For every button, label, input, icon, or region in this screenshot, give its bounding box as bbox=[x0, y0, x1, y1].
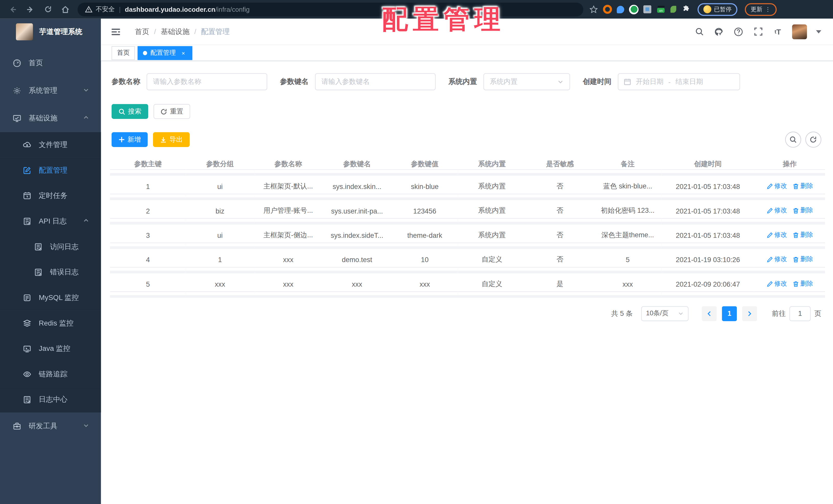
table-cell: 2021-01-05 17:03:48 bbox=[661, 174, 754, 198]
refresh-table-button[interactable] bbox=[805, 132, 821, 148]
puzzle-extensions-icon[interactable] bbox=[681, 5, 690, 14]
chevron-down-icon bbox=[83, 422, 89, 430]
search-icon[interactable] bbox=[694, 26, 705, 37]
extension-pin-icon[interactable] bbox=[617, 6, 624, 13]
browser-update-button[interactable]: 更新 ⋮ bbox=[745, 3, 777, 16]
delete-link-label: 删除 bbox=[800, 230, 813, 240]
chevron-right-icon bbox=[746, 310, 753, 317]
calendar-icon bbox=[624, 78, 631, 85]
prev-page-button[interactable] bbox=[702, 306, 717, 321]
sidebar-item-java[interactable]: Java 监控 bbox=[0, 336, 101, 361]
user-avatar[interactable] bbox=[792, 24, 807, 39]
hamburger-icon[interactable] bbox=[111, 26, 121, 37]
browser-reload-icon[interactable] bbox=[43, 5, 52, 14]
profile-paused-badge[interactable]: 已暂停 bbox=[698, 3, 738, 16]
column-header: 参数键值 bbox=[391, 155, 458, 174]
delete-link[interactable]: 删除 bbox=[792, 255, 813, 264]
user-menu-caret-icon[interactable] bbox=[816, 30, 822, 33]
address-separator: | bbox=[119, 6, 121, 13]
tab-close-icon[interactable]: × bbox=[180, 49, 187, 56]
delete-link[interactable]: 删除 bbox=[792, 279, 813, 288]
sidebar-item-log-center[interactable]: 日志中心 bbox=[0, 387, 101, 412]
toggle-search-button[interactable] bbox=[785, 132, 801, 148]
active-tab-dot-icon bbox=[143, 51, 147, 55]
export-button[interactable]: 导出 bbox=[153, 132, 190, 147]
breadcrumb-separator: / bbox=[194, 28, 196, 35]
page-number-1[interactable]: 1 bbox=[722, 306, 737, 321]
add-button[interactable]: 新增 bbox=[112, 132, 148, 147]
table-row: 5xxxxxxxxxxxx自定义是xxx2021-02-09 20:06:47修… bbox=[110, 272, 825, 296]
sidebar-item-jobs[interactable]: 定时任务 bbox=[0, 183, 101, 209]
extension-green-icon[interactable] bbox=[629, 5, 639, 14]
page-size-select[interactable]: 10条/页 bbox=[641, 306, 689, 321]
sidebar-item-label: 定时任务 bbox=[39, 191, 68, 200]
bookmark-star-icon[interactable] bbox=[589, 5, 598, 14]
breadcrumb-infra[interactable]: 基础设施 bbox=[161, 27, 190, 36]
edit-link[interactable]: 修改 bbox=[766, 255, 787, 264]
table-cell: 2 bbox=[110, 198, 186, 223]
sidebar-item-error-log[interactable]: 错误日志 bbox=[0, 259, 101, 285]
edit-link[interactable]: 修改 bbox=[766, 230, 787, 240]
search-button[interactable]: 搜索 bbox=[112, 104, 148, 119]
sidebar-item-label: Java 监控 bbox=[39, 344, 70, 353]
table-row: 2biz用户管理-账号...sys.user.init-pa...123456系… bbox=[110, 198, 825, 223]
browser-forward-icon[interactable] bbox=[26, 5, 35, 14]
sidebar-item-files[interactable]: 文件管理 bbox=[0, 132, 101, 158]
param-key-placeholder: 请输入参数键名 bbox=[322, 77, 370, 86]
sidebar-item-api-log[interactable]: API 日志 bbox=[0, 209, 101, 234]
delete-link[interactable]: 删除 bbox=[792, 181, 813, 191]
builtin-select[interactable]: 系统内置 bbox=[483, 73, 570, 90]
help-icon[interactable] bbox=[733, 26, 744, 37]
sidebar-item-home[interactable]: 首页 bbox=[0, 49, 101, 77]
tab-config[interactable]: 配置管理 × bbox=[138, 46, 192, 60]
end-date-placeholder: 结束日期 bbox=[675, 77, 703, 86]
extension-orange-icon[interactable] bbox=[603, 5, 612, 14]
tab-home[interactable]: 首页 bbox=[112, 46, 135, 60]
address-bar[interactable]: 不安全 | dashboard.yudao.iocoder.cn/infra/c… bbox=[77, 2, 583, 16]
date-range-picker[interactable]: 开始日期 - 结束日期 bbox=[618, 73, 740, 90]
fullscreen-icon[interactable] bbox=[753, 26, 764, 37]
goto-page-input[interactable]: 1 bbox=[789, 306, 811, 321]
sidebar-item-trace[interactable]: 链路追踪 bbox=[0, 361, 101, 387]
github-icon[interactable] bbox=[713, 26, 724, 37]
create-time-label: 创建时间 bbox=[583, 77, 611, 86]
edit-icon bbox=[23, 166, 31, 175]
sidebar-item-infra[interactable]: 基础设施 bbox=[0, 105, 101, 132]
app-logo-row[interactable]: 芋道管理系统 bbox=[0, 19, 101, 45]
extension-grid-icon[interactable] bbox=[643, 5, 651, 13]
sidebar-item-system[interactable]: 系统管理 bbox=[0, 77, 101, 105]
table-cell: 初始化密码 123... bbox=[594, 198, 662, 223]
edit-link[interactable]: 修改 bbox=[766, 181, 787, 191]
search-actions-row: 搜索 重置 bbox=[112, 104, 833, 119]
edit-link[interactable]: 修改 bbox=[766, 279, 787, 288]
column-header: 创建时间 bbox=[661, 155, 754, 174]
edit-link-label: 修改 bbox=[775, 279, 787, 288]
reset-button[interactable]: 重置 bbox=[153, 104, 190, 119]
table-cell-actions: 修改删除 bbox=[755, 174, 825, 198]
sidebar-item-dev-tools[interactable]: 研发工具 bbox=[0, 412, 101, 440]
breadcrumb-home[interactable]: 首页 bbox=[135, 27, 149, 36]
edit-link[interactable]: 修改 bbox=[766, 206, 787, 215]
table-header-row: 参数主键参数分组参数名称参数键名参数键值系统内置是否敏感备注创建时间操作 bbox=[110, 155, 825, 174]
browser-menu-dots-icon[interactable]: ⋮ bbox=[765, 6, 771, 13]
sidebar-item-access-log[interactable]: 访问日志 bbox=[0, 234, 101, 259]
extension-on-badge-icon[interactable]: on bbox=[656, 5, 666, 14]
update-label: 更新 bbox=[751, 5, 762, 13]
table-cell: 自定义 bbox=[458, 272, 526, 296]
param-name-input[interactable]: 请输入参数名称 bbox=[147, 73, 267, 90]
extension-leaf-icon[interactable] bbox=[670, 6, 676, 13]
font-size-icon[interactable]: tT bbox=[772, 26, 783, 37]
sidebar-item-redis[interactable]: Redis 监控 bbox=[0, 310, 101, 336]
database-icon bbox=[23, 294, 31, 302]
param-key-input[interactable]: 请输入参数键名 bbox=[315, 73, 435, 90]
delete-link[interactable]: 删除 bbox=[792, 206, 813, 215]
browser-back-icon[interactable] bbox=[8, 5, 17, 14]
sidebar-item-config[interactable]: 配置管理 bbox=[0, 158, 101, 183]
page-unit-label: 页 bbox=[814, 309, 821, 318]
table-cell: 自定义 bbox=[458, 247, 526, 272]
browser-home-icon[interactable] bbox=[61, 5, 70, 14]
delete-link[interactable]: 删除 bbox=[792, 230, 813, 240]
next-page-button[interactable] bbox=[742, 306, 757, 321]
sidebar-item-label: 基础设施 bbox=[29, 114, 57, 123]
sidebar-item-mysql[interactable]: MySQL 监控 bbox=[0, 285, 101, 311]
